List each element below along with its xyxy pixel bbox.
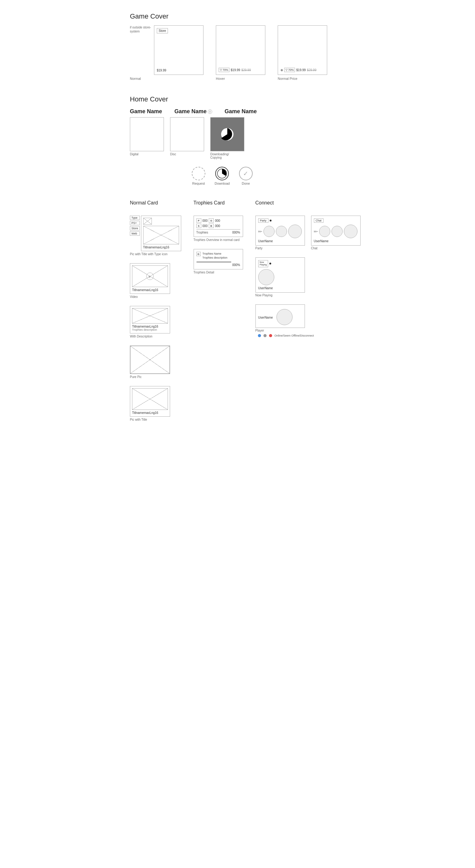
trophy-divider [196, 229, 240, 229]
type-label: Type [130, 216, 140, 220]
party-label: Party [258, 218, 268, 223]
web-label: Web [130, 231, 140, 236]
chat-avatars: 99+ [314, 224, 358, 238]
pure-pic-group: Pure Pic [130, 345, 181, 379]
video-card: ▶ TitlnamemaxLng16 [130, 263, 170, 294]
type-labels: Type PS+ Store Web [130, 216, 140, 236]
game-cover-row: if outside store-system Store $19.99 Nor… [130, 25, 345, 81]
pic-title-card: TitlnamemaxLng16 [130, 386, 170, 417]
download-icon-group: Download [215, 167, 230, 185]
pure-pic-card [130, 345, 170, 374]
chat-card: Chat 99+ UserName [311, 216, 360, 246]
play-button[interactable]: ▶ [146, 273, 154, 280]
home-game-name-3: Game Name [224, 108, 257, 115]
online-dot [258, 334, 261, 337]
trophies-overview-card: P 000 G 000 S 000 B 000 Trophies 000% [194, 216, 243, 237]
chat-header: Chat [314, 218, 358, 223]
party-dot [270, 220, 272, 221]
info-icon: i [208, 110, 212, 114]
hover-discount-badge: ▽ 70% [219, 68, 229, 72]
cover-hover-group: ▽ 70% $19.99 $29.99 Hover [216, 25, 265, 81]
trophies-detail-card: G Trophies Name Trophies description 000… [194, 249, 243, 270]
game-cover-section: Game Cover if outside store-system Store… [130, 12, 345, 81]
request-circle [192, 167, 205, 180]
trophy-sb-row: S 000 B 000 [196, 224, 240, 228]
disconnect-dot [269, 334, 272, 337]
game-cover-title: Game Cover [130, 12, 345, 21]
chat-avatar-2 [331, 226, 343, 237]
chat-caption: Chat [311, 247, 360, 250]
hover-original-price: $29.99 [242, 68, 251, 72]
pic-title-type-caption: Pic with Title with Type icon [130, 252, 181, 256]
trophy-percent: 000% [232, 231, 240, 234]
pure-pic-img [130, 346, 170, 374]
trophy-name-desc-group: Trophies Name Trophies description [202, 252, 228, 259]
player-group: UserName Player Online/Seem Offline/Disc… [255, 304, 360, 337]
ps-label: PS+ [130, 221, 140, 225]
desc-title-row: TitlnamemaxLng16 [132, 325, 168, 328]
done-label: Done [242, 182, 250, 185]
request-icon-group: Request [192, 167, 205, 185]
home-game-name-1: Game Name [130, 108, 162, 115]
now-playing-dot [270, 262, 271, 265]
home-game-name-2: Game Name [175, 108, 207, 115]
normal-card-column: Normal Card Type PS+ Store Web [130, 200, 181, 421]
trophy-label: Trophies [196, 231, 209, 234]
trophy-pg-row: P 000 G 000 [196, 218, 240, 223]
done-icon-group: ✓ Done [239, 167, 253, 185]
with-desc-group: TitlnamemaxLng16 Trophies description Wi… [130, 306, 181, 338]
disc-group: Disc [170, 117, 204, 156]
video-caption: Video [130, 295, 181, 299]
now-playing-avatar [258, 269, 274, 285]
pic-title-row: TitlnamemaxLng16 [132, 411, 168, 414]
trophy-p-count: 000 [202, 219, 208, 222]
video-title-row: TitlnamemaxLng16 [132, 288, 168, 292]
party-card: Party 99+ UserName [255, 216, 305, 246]
check-icon: ✓ [243, 170, 248, 177]
trophies-overview-caption: Trophies Overview in normal card [194, 238, 243, 242]
trophy-footer: Trophies 000% [196, 231, 240, 234]
now-playing-header: Now Playing [258, 260, 302, 267]
trophies-detail-caption: Trophies Detail [194, 271, 243, 274]
normal-price-price: $19.99 [296, 68, 306, 72]
party-chat-row: Party 99+ UserName Party [255, 216, 360, 250]
home-names-row: Game Name Game Name i Game Name [130, 108, 345, 115]
cover-normal-label-row: if outside store-system Store $19.99 [130, 25, 203, 75]
party-avatars: 99+ [258, 224, 302, 238]
downloading-pie [220, 126, 235, 142]
video-card-img: ▶ [132, 266, 168, 287]
normal-caption: Normal [130, 77, 141, 81]
party-username: UserName [258, 240, 302, 243]
trophy-g-count: 000 [215, 219, 220, 222]
downloading-box [210, 117, 244, 151]
pie-chart-svg [220, 126, 235, 142]
player-status-label: Online/Seem Offline/Disconnect [275, 334, 314, 337]
chat-group: Chat 99+ UserName Chat [311, 216, 360, 250]
trophy-detail-name: Trophies Name [202, 252, 228, 256]
download-label: Download [215, 182, 230, 185]
download-circle [215, 167, 229, 180]
chat-count: 99+ [314, 230, 318, 233]
desc-card-img [132, 308, 168, 323]
player-username: UserName [258, 316, 273, 319]
player-caption: Player [255, 329, 360, 332]
connect-title: Connect [255, 200, 360, 206]
trophies-card-title: Trophies Card [194, 200, 243, 206]
player-status-row: Online/Seem Offline/Disconnect [255, 334, 360, 337]
party-caption: Party [255, 247, 305, 250]
cover-normal-price-group: ⊕ ▽ 70% $19.99 $29.99 Normal Price [278, 25, 327, 81]
now-playing-caption: Now Playing [255, 293, 360, 297]
trophy-detail-desc: Trophies description [202, 256, 228, 260]
desc-title: TitlnamemaxLng16 [132, 325, 158, 328]
cards-main-row: Normal Card Type PS+ Store Web [130, 200, 345, 421]
trophy-p-badge: P [196, 218, 201, 223]
trophy-progress-bar [196, 261, 232, 262]
video-card-group: ▶ TitlnamemaxLng16 Video [130, 263, 181, 299]
now-playing-group: Now Playing UserName Now Playing [255, 257, 360, 297]
pic-title-type-card: TitlnamemaxLng16 [141, 216, 181, 251]
pic-title-type-title: TitlnamemaxLng16 [143, 246, 169, 249]
with-desc-caption: With Description [130, 335, 181, 338]
party-avatar-2 [276, 226, 287, 237]
video-title: TitlnamemaxLng16 [132, 288, 158, 292]
request-label: Request [192, 182, 205, 185]
